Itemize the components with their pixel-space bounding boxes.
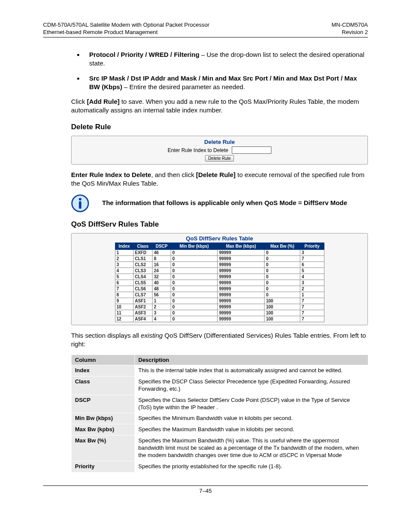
table-cell: 0 bbox=[171, 298, 218, 304]
table-cell: 1 bbox=[153, 298, 171, 304]
col-dscp: DSCP bbox=[153, 243, 171, 249]
table-cell: 0 bbox=[171, 316, 218, 322]
table-row: ClassSpecifies the DSCP Class Selector P… bbox=[72, 376, 368, 395]
svg-rect-2 bbox=[79, 201, 81, 208]
info-callout: The information that follows is applicab… bbox=[71, 194, 368, 212]
desc-col-name: Max Bw (%) bbox=[72, 436, 135, 461]
table-cell: 0 bbox=[265, 255, 300, 261]
desc-col-name: Class bbox=[72, 376, 135, 395]
table-cell: 7 bbox=[115, 286, 134, 292]
table-cell: 0 bbox=[171, 268, 218, 274]
desc-col-name: Max Bw (kpbs) bbox=[72, 424, 135, 436]
table-cell: 100 bbox=[265, 304, 300, 310]
table-cell: EXFD bbox=[134, 249, 153, 255]
qos-diffserv-heading: QoS DiffServ Rules Table bbox=[71, 220, 368, 229]
table-cell: 46 bbox=[153, 249, 171, 255]
table-cell: 0 bbox=[265, 268, 300, 274]
desc-col-column: Column bbox=[72, 355, 135, 365]
table-cell: 99999 bbox=[218, 286, 265, 292]
table-row: 11ASF330999991007 bbox=[115, 310, 324, 316]
desc-col-name: Priority bbox=[72, 461, 135, 472]
svg-point-1 bbox=[79, 198, 81, 200]
table-cell: 6 bbox=[300, 261, 324, 268]
table-cell: 3 bbox=[300, 280, 324, 286]
bullet-text: – Entire the desired parameter as needed… bbox=[122, 83, 245, 90]
table-header-row: Index Class DSCP Min Bw (kbps) Max Bw (k… bbox=[115, 243, 324, 249]
table-row: 6CLS54009999903 bbox=[115, 280, 324, 286]
table-cell: CLS1 bbox=[134, 255, 153, 261]
delete-rule-button[interactable]: Delete Rule bbox=[205, 155, 234, 162]
desc-intro-paragraph: This section displays all existing QoS D… bbox=[71, 331, 368, 349]
desc-col-value: Specifies the priority established for t… bbox=[135, 461, 368, 472]
text: , and then click bbox=[151, 171, 196, 178]
table-row: Min Bw (kbps)Specifies the Minimum Bandw… bbox=[72, 413, 368, 424]
table-cell: 7 bbox=[300, 316, 324, 322]
table-row: 12ASF440999991007 bbox=[115, 316, 324, 322]
delete-rule-heading: Delete Rule bbox=[71, 123, 368, 131]
text: Click bbox=[71, 98, 87, 105]
text-bold: Enter Rule Index to Delete bbox=[71, 171, 151, 178]
table-cell: 7 bbox=[300, 304, 324, 310]
text-bold: [Delete Rule] bbox=[196, 171, 236, 178]
table-cell: 1 bbox=[300, 292, 324, 298]
table-row: Max Bw (%)Specifies the Maximum Bandwidt… bbox=[72, 436, 368, 461]
table-cell: 56 bbox=[153, 292, 171, 298]
table-cell: 0 bbox=[265, 274, 300, 280]
table-cell: 6 bbox=[115, 280, 134, 286]
table-cell: 0 bbox=[171, 274, 218, 280]
rule-index-input[interactable] bbox=[232, 146, 271, 154]
table-cell: 99999 bbox=[218, 274, 265, 280]
table-cell: 0 bbox=[265, 249, 300, 255]
table-cell: 5 bbox=[115, 274, 134, 280]
table-cell: 99999 bbox=[218, 249, 265, 255]
table-cell: 99999 bbox=[218, 298, 265, 304]
info-text: The information that follows is applicab… bbox=[102, 199, 347, 207]
table-cell: 0 bbox=[171, 249, 218, 255]
table-cell: 100 bbox=[265, 316, 300, 322]
table-cell: 16 bbox=[153, 261, 171, 268]
table-row: Max Bw (kpbs)Specifies the Maximum Bandw… bbox=[72, 424, 368, 436]
table-cell: 0 bbox=[171, 255, 218, 261]
table-cell: 99999 bbox=[218, 316, 265, 322]
table-cell: 99999 bbox=[218, 292, 265, 298]
table-cell: CLS4 bbox=[134, 274, 153, 280]
header-right-2: Revision 2 bbox=[342, 29, 368, 35]
table-cell: ASF2 bbox=[134, 304, 153, 310]
table-cell: CLS5 bbox=[134, 280, 153, 286]
desc-col-value: This is the internal table index that is… bbox=[135, 365, 368, 376]
table-cell: 3 bbox=[300, 249, 324, 255]
table-cell: ASF3 bbox=[134, 310, 153, 316]
table-cell: 99999 bbox=[218, 304, 265, 310]
table-cell: 99999 bbox=[218, 310, 265, 316]
table-cell: 8 bbox=[115, 292, 134, 298]
table-row: 1EXFD4609999903 bbox=[115, 249, 324, 255]
table-cell: 7 bbox=[300, 298, 324, 304]
text: This section displays all bbox=[71, 332, 141, 339]
table-cell: 32 bbox=[153, 274, 171, 280]
info-icon bbox=[71, 194, 89, 212]
desc-col-value: Specifies the DSCP Class Selector Preced… bbox=[135, 376, 368, 395]
bullet-list: Protocol / Priority / WRED / Filtering –… bbox=[43, 50, 368, 91]
table-row: 9ASF110999991007 bbox=[115, 298, 324, 304]
table-cell: 0 bbox=[265, 286, 300, 292]
table-cell: 3 bbox=[115, 261, 134, 268]
diffserv-table: Index Class DSCP Min Bw (kbps) Max Bw (k… bbox=[115, 243, 324, 322]
table-cell: 4 bbox=[115, 268, 134, 274]
table-cell: 11 bbox=[115, 310, 134, 316]
table-cell: 99999 bbox=[218, 268, 265, 274]
table-cell: 0 bbox=[171, 280, 218, 286]
table-cell: ASF1 bbox=[134, 298, 153, 304]
col-class: Class bbox=[134, 243, 153, 249]
table-row: 5CLS43209999904 bbox=[115, 274, 324, 280]
table-row: DSCPSpecifies the Class Selector DiffSer… bbox=[72, 395, 368, 413]
table-cell: 4 bbox=[300, 274, 324, 280]
header-left-1: CDM-570A/570AL Satellite Modem with Opti… bbox=[43, 22, 209, 28]
table-cell: 100 bbox=[265, 310, 300, 316]
col-index: Index bbox=[115, 243, 134, 249]
table-cell: 48 bbox=[153, 286, 171, 292]
col-priority: Priority bbox=[300, 243, 324, 249]
table-row: 10ASF220999991007 bbox=[115, 304, 324, 310]
table-cell: 0 bbox=[265, 292, 300, 298]
header-rule bbox=[43, 37, 368, 37]
add-rule-paragraph: Click [Add Rule] to save. When you add a… bbox=[71, 97, 368, 115]
